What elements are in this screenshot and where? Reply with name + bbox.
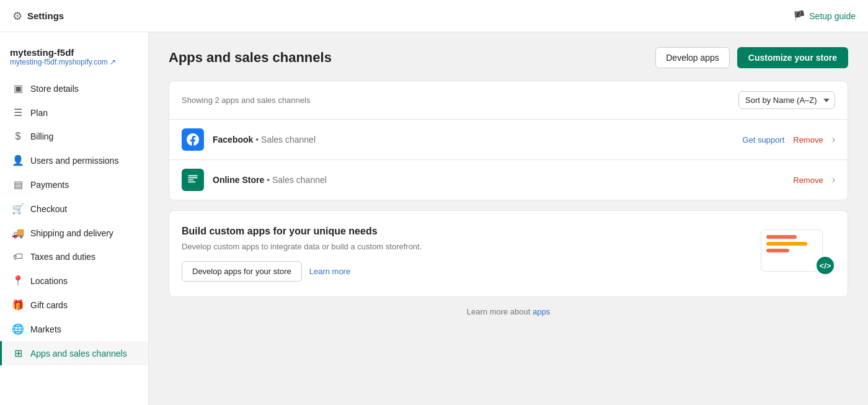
sidebar-label: Store details <box>30 84 79 94</box>
online-store-app-type: • Sales channel <box>267 175 327 185</box>
store-url-link[interactable]: mytesting-f5df.myshopify.com ↗ <box>10 58 138 66</box>
flag-icon: 🏴 <box>793 10 805 22</box>
setup-guide-label: Setup guide <box>809 11 856 21</box>
code-line-1 <box>766 235 797 239</box>
topbar-title: Settings <box>27 11 64 21</box>
learn-more-text: Learn more about <box>467 307 531 316</box>
apps-list-card: Showing 2 apps and sales channels Sort b… <box>169 81 848 200</box>
online-store-app-actions: Remove › <box>793 174 835 185</box>
gift-cards-icon: 🎁 <box>12 299 24 311</box>
sidebar-label: Payments <box>30 180 69 190</box>
custom-apps-actions: Develop apps for your store Learn more <box>182 261 748 282</box>
sidebar-label: Apps and sales channels <box>30 349 127 358</box>
learn-more-section: Learn more about apps <box>169 307 848 316</box>
code-background <box>761 229 823 272</box>
facebook-chevron-icon[interactable]: › <box>832 134 835 145</box>
code-symbol: </> <box>820 261 831 270</box>
sidebar-label: Locations <box>30 276 68 286</box>
payments-icon: ▤ <box>12 179 24 190</box>
layout: mytesting-f5df mytesting-f5df.myshopify.… <box>0 32 868 405</box>
sidebar-label: Markets <box>30 324 61 334</box>
custom-apps-description: Develop custom apps to integrate data or… <box>182 242 479 251</box>
sidebar: mytesting-f5df mytesting-f5df.myshopify.… <box>0 32 149 405</box>
sidebar-item-locations[interactable]: 📍 Locations <box>0 269 148 293</box>
custom-apps-card: Build custom apps for your unique needs … <box>169 210 848 297</box>
code-badge: </> <box>815 256 835 275</box>
apps-count: Showing 2 apps and sales channels <box>182 96 310 105</box>
sort-select[interactable]: Sort by Name (A–Z) Sort by Name (Z–A) So… <box>738 91 835 109</box>
sidebar-item-payments[interactable]: ▤ Payments <box>0 172 148 197</box>
store-url-text: mytesting-f5df.myshopify.com <box>10 58 108 66</box>
code-line-2 <box>766 242 807 246</box>
facebook-app-type: • Sales channel <box>255 135 316 145</box>
gear-icon: ⚙ <box>12 9 22 23</box>
customize-store-button[interactable]: Customize your store <box>737 47 848 68</box>
locations-icon: 📍 <box>12 275 24 287</box>
custom-apps-content: Build custom apps for your unique needs … <box>182 226 748 282</box>
sidebar-label: Taxes and duties <box>30 252 95 262</box>
online-store-app-info: Online Store • Sales channel <box>213 175 784 185</box>
store-name: mytesting-f5df <box>10 47 138 58</box>
develop-apps-for-store-button[interactable]: Develop apps for your store <box>182 261 302 282</box>
online-store-chevron-icon[interactable]: › <box>832 174 835 185</box>
checkout-icon: 🛒 <box>12 203 24 215</box>
sidebar-item-store-details[interactable]: ▣ Store details <box>0 76 148 100</box>
page-title: Apps and sales channels <box>169 50 332 66</box>
sidebar-item-plan[interactable]: ☰ Plan <box>0 100 148 125</box>
code-illustration: </> <box>761 226 835 275</box>
facebook-get-support-link[interactable]: Get support <box>742 135 784 145</box>
online-store-logo <box>182 169 204 191</box>
sidebar-label: Shipping and delivery <box>30 228 113 238</box>
sidebar-item-shipping-delivery[interactable]: 🚚 Shipping and delivery <box>0 221 148 245</box>
sidebar-item-checkout[interactable]: 🛒 Checkout <box>0 197 148 221</box>
facebook-app-info: Facebook • Sales channel <box>213 135 733 145</box>
app-row-facebook: Facebook • Sales channel Get support Rem… <box>169 120 848 160</box>
code-line-3 <box>766 249 789 252</box>
facebook-remove-link[interactable]: Remove <box>793 135 823 145</box>
sidebar-label: Gift cards <box>30 300 68 310</box>
custom-apps-title: Build custom apps for your unique needs <box>182 226 748 237</box>
topbar: ⚙ Settings 🏴 Setup guide <box>0 0 868 32</box>
develop-apps-button[interactable]: Develop apps <box>655 47 730 68</box>
sidebar-item-billing[interactable]: $ Billing <box>0 125 148 148</box>
sidebar-item-taxes-duties[interactable]: 🏷 Taxes and duties <box>0 245 148 269</box>
sidebar-item-markets[interactable]: 🌐 Markets <box>0 317 148 341</box>
store-icon: ▣ <box>12 82 24 94</box>
setup-guide-link[interactable]: 🏴 Setup guide <box>793 10 856 22</box>
plan-icon: ☰ <box>12 107 24 118</box>
billing-icon: $ <box>12 131 24 142</box>
main-content: Apps and sales channels Develop apps Cus… <box>149 32 868 405</box>
apps-list-header: Showing 2 apps and sales channels Sort b… <box>169 81 848 120</box>
sidebar-item-apps-sales-channels[interactable]: ⊞ Apps and sales channels <box>0 341 148 365</box>
markets-icon: 🌐 <box>12 323 24 335</box>
sidebar-nav: ▣ Store details ☰ Plan $ Billing 👤 Users… <box>0 76 148 365</box>
sidebar-label: Billing <box>30 131 53 141</box>
sidebar-item-gift-cards[interactable]: 🎁 Gift cards <box>0 293 148 317</box>
online-store-app-name: Online Store • Sales channel <box>213 175 327 185</box>
sidebar-label: Checkout <box>30 204 67 214</box>
sidebar-item-users-permissions[interactable]: 👤 Users and permissions <box>0 148 148 172</box>
page-actions: Develop apps Customize your store <box>655 47 848 68</box>
topbar-left: ⚙ Settings <box>12 9 64 23</box>
online-store-remove-link[interactable]: Remove <box>793 176 823 185</box>
learn-more-link[interactable]: Learn more <box>309 267 350 276</box>
app-row-online-store: Online Store • Sales channel Remove › <box>169 160 848 200</box>
sidebar-label: Users and permissions <box>30 156 118 166</box>
shipping-icon: 🚚 <box>12 227 24 239</box>
page-header: Apps and sales channels Develop apps Cus… <box>169 47 848 68</box>
external-link-icon: ↗ <box>110 58 116 66</box>
facebook-app-name: Facebook • Sales channel <box>213 135 316 145</box>
facebook-app-actions: Get support Remove › <box>742 134 835 145</box>
facebook-logo <box>182 128 204 151</box>
store-info: mytesting-f5df mytesting-f5df.myshopify.… <box>0 42 148 76</box>
apps-icon: ⊞ <box>12 347 24 359</box>
sidebar-label: Plan <box>30 108 48 118</box>
apps-link[interactable]: apps <box>533 307 550 316</box>
taxes-icon: 🏷 <box>12 251 24 262</box>
users-icon: 👤 <box>12 154 24 166</box>
